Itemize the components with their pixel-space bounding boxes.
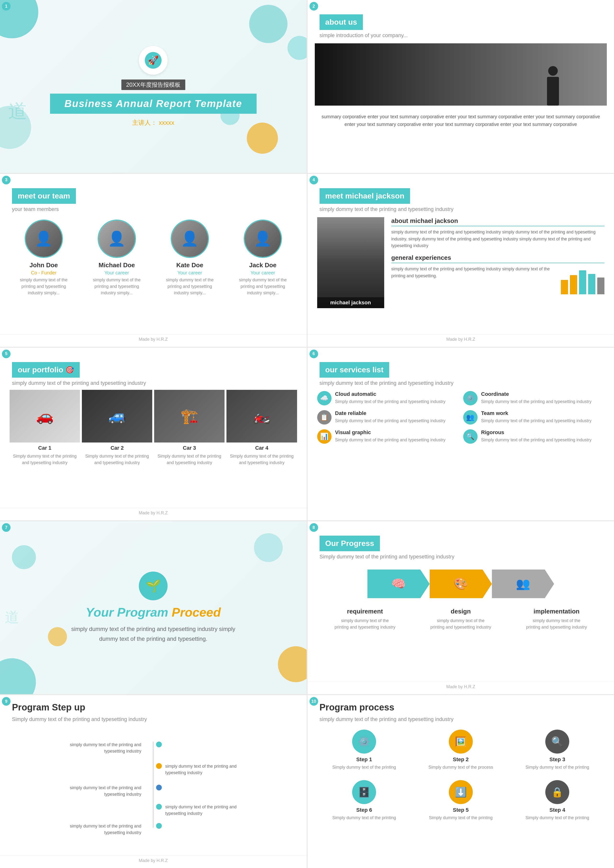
process-step-label-3: Step 6 xyxy=(356,807,372,813)
process-step-desc-2: Simply dummy text of the printing xyxy=(526,764,589,770)
slide-1-logo: 🚀 xyxy=(139,46,167,75)
process-circle-4: ⬇️ xyxy=(449,780,473,804)
timeline-text-3: simply dummy text of the printing and ty… xyxy=(165,804,249,817)
timeline-dot-1 xyxy=(156,763,162,769)
slide-3-number: 3 xyxy=(2,176,11,184)
portfolio-item-1: 🚙 Car 2 Simply dummy text of the printin… xyxy=(82,390,152,466)
service-desc-4: Simply dummy text of the printing and ty… xyxy=(335,437,445,443)
slide-4-about-title: about michael jackson xyxy=(391,217,605,226)
slide-7-title-part2: Proceed xyxy=(172,605,221,619)
team-member-3: 👤 Jack Doe Your career simply dummy text… xyxy=(237,220,289,296)
slide-3-subtitle: your team members xyxy=(0,204,307,217)
team-role-2: Your career xyxy=(177,270,202,276)
slide-7-icon: 🌱 xyxy=(139,571,167,600)
timeline-item-0: simply dummy text of the printing and ty… xyxy=(57,742,153,755)
portfolio-title-3: Car 4 xyxy=(226,445,297,451)
service-icon-0: ☁️ xyxy=(317,391,332,405)
slide-4-number: 4 xyxy=(310,176,318,184)
timeline-text-2: simply dummy text of the printing and ty… xyxy=(57,785,141,798)
slide-8-subtitle: Simply dummy text of the printing and ty… xyxy=(308,551,614,565)
team-desc-0: simply dummy text of the printing and ty… xyxy=(17,277,70,296)
slide-4-exp-content: simply dummy text of the printing and ty… xyxy=(391,266,605,294)
portfolio-grid: 🚗 Car 1 Simply dummy text of the printin… xyxy=(0,390,307,466)
slide-1-presenter: 主讲人： xxxxx xyxy=(132,118,174,127)
slide-9-footer: Made by H.R.Z xyxy=(0,856,307,866)
service-desc-2: Simply dummy text of the printing and ty… xyxy=(335,418,445,424)
slide-5-footer: Made by H.R.Z xyxy=(0,508,307,518)
process-step-desc-0: Simply dummy text of the printing xyxy=(332,764,396,770)
process-step-label-5: Step 4 xyxy=(549,807,565,813)
progress-label-2: implementation simply dummy text of the … xyxy=(526,608,588,630)
slide-1-content: 🚀 20XX年度报告报模板 Business Annual Report Tem… xyxy=(0,0,307,173)
team-desc-3: simply dummy text of the printing and ty… xyxy=(237,277,289,296)
slide-1-number: 1 xyxy=(2,2,11,11)
progress-label-desc-0: simply dummy text of the printing and ty… xyxy=(334,618,396,630)
portfolio-desc-2: Simply dummy text of the printing and ty… xyxy=(154,453,225,466)
timeline-text-4: simply dummy text of the printing and ty… xyxy=(57,823,141,836)
process-circle-0: ⚙️ xyxy=(352,730,376,753)
process-step-4: ⬇️ Step 5 Simply dummy text of the print… xyxy=(416,780,505,821)
timeline: simply dummy text of the printing and ty… xyxy=(0,727,307,842)
slide-8-number: 8 xyxy=(310,523,318,532)
slide-4-exp-title: general experiences xyxy=(391,254,605,263)
progress-label-0: requirement simply dummy text of the pri… xyxy=(334,608,396,630)
team-avatar-2: 👤 xyxy=(171,220,209,258)
process-step-label-4: Step 5 xyxy=(453,807,469,813)
presenter-label: 主讲人： xyxy=(132,119,157,126)
slide-2: 2 about us simple introduction of your c… xyxy=(308,0,614,173)
process-step-2: 🔍 Step 3 Simply dummy text of the printi… xyxy=(513,730,602,770)
team-avatar-inner-2: 👤 xyxy=(172,220,208,257)
chart-bar xyxy=(570,275,577,294)
team-avatar-inner-3: 👤 xyxy=(245,220,281,257)
chart-bar xyxy=(561,280,568,294)
progress-label-title-1: design xyxy=(429,608,492,615)
portfolio-img-1: 🚙 xyxy=(82,390,152,443)
portfolio-img-2: 🏗️ xyxy=(154,390,225,443)
person-body xyxy=(547,77,559,106)
slide-4-content: michael jackson about michael jackson si… xyxy=(308,215,614,311)
timeline-item-2: simply dummy text of the printing and ty… xyxy=(57,785,153,798)
team-member-2: 👤 Kate Doe Your career simply dummy text… xyxy=(163,220,216,296)
slide-5: 5 our portfolio 🎯 simply dummy text of t… xyxy=(0,348,307,520)
slide-6-number: 6 xyxy=(310,349,318,358)
slide-7-title-part1: Your Program xyxy=(86,605,172,619)
person-head xyxy=(548,66,558,76)
timeline-item-4: simply dummy text of the printing and ty… xyxy=(57,823,153,836)
slide-5-header-text: our portfolio xyxy=(18,365,63,374)
slide-9-subtitle: Simply dummy text of the printing and ty… xyxy=(0,715,307,727)
slide-10-subtitle: simply dummy text of the printing and ty… xyxy=(308,715,614,727)
person-silhouette xyxy=(547,66,559,106)
service-desc-0: Simply dummy text of the printing and ty… xyxy=(335,398,445,405)
slide-2-image-inner xyxy=(315,43,607,106)
team-name-2: Kate Doe xyxy=(176,261,203,269)
process-circle-2: 🔍 xyxy=(545,730,569,753)
slide-4-name-label: michael jackson xyxy=(317,297,384,308)
process-step-desc-1: Simply dummy text of the process xyxy=(428,764,493,770)
slide-3-footer: Made by H.R.Z xyxy=(0,334,307,344)
process-step-desc-5: Simply dummy text of the printing xyxy=(526,815,589,821)
slide-9-header: Program Step up xyxy=(0,695,307,715)
team-role-1: Your career xyxy=(104,270,129,276)
service-item-1: ⚙️ Coordinate Simply dummy text of the p… xyxy=(463,391,605,405)
rocket-icon: 🚀 xyxy=(148,55,159,65)
progress-arrow-2: 👥 xyxy=(492,570,554,598)
progress-label-title-2: implementation xyxy=(526,608,588,615)
chart-bar xyxy=(579,270,586,294)
portfolio-item-2: 🏗️ Car 3 Simply dummy text of the printi… xyxy=(154,390,225,466)
process-step-label-1: Step 2 xyxy=(453,756,469,762)
slide-2-number: 2 xyxy=(310,2,318,11)
slide-7: 7 道 🌱 Your Program Proceed simply dummy … xyxy=(0,521,307,694)
timeline-dot-4 xyxy=(156,823,162,829)
portfolio-title-0: Car 1 xyxy=(9,445,80,451)
team-name-0: John Doe xyxy=(29,261,58,269)
timeline-dot-0 xyxy=(156,742,162,747)
service-item-0: ☁️ Cloud automatic Simply dummy text of … xyxy=(317,391,458,405)
progress-arrows: 🧠 🎨 👥 xyxy=(308,565,614,603)
team-member-1: 👤 Michael Doe Your career simply dummy t… xyxy=(90,220,143,296)
progress-labels: requirement simply dummy text of the pri… xyxy=(308,603,614,635)
timeline-dot-2 xyxy=(156,785,162,790)
arrow-icon-2: 👥 xyxy=(516,577,530,590)
presenter-name: xxxxx xyxy=(159,119,174,126)
arrow-icon-1: 🎨 xyxy=(454,577,468,590)
progress-label-desc-2: simply dummy text of the printing and ty… xyxy=(526,618,588,630)
